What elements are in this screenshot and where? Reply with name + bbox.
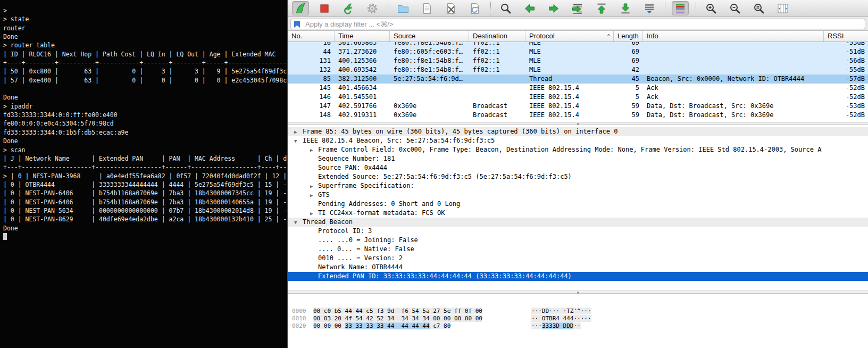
hex-row[interactable]: 002000 00 00 33 33 33 33 44 44 44 44 c7 …: [288, 322, 868, 330]
reload-capture-file-button[interactable]: [466, 1, 483, 15]
detail-tree-row[interactable]: .... ...0 = Joining: False: [288, 236, 868, 245]
column-header-destination[interactable]: Destination: [469, 31, 525, 42]
detail-tree-row[interactable]: ▼IEEE 802.15.4 Beacon, Src: 5e:27:5a:54:…: [288, 136, 868, 145]
detail-tree-row[interactable]: ▶Frame Control Field: 0xc000, Frame Type…: [288, 145, 868, 154]
column-header-no[interactable]: No.: [288, 31, 335, 42]
terminal-window[interactable]: >> staterouterDone> router table| ID | R…: [0, 0, 287, 348]
open-capture-file-button[interactable]: [395, 1, 412, 15]
save-capture-file-button[interactable]: [419, 1, 436, 15]
terminal-line: >: [3, 6, 287, 15]
packet-row[interactable]: 146401.545501IEEE 802.15.45Ack-52dB: [288, 93, 868, 102]
detail-tree-row[interactable]: Extended PAN ID: 33:33:33:33:44:44:44:44…: [288, 272, 868, 281]
find-packet-button[interactable]: [497, 1, 514, 15]
packet-cell-destination: ff02::1: [469, 56, 525, 65]
column-header-source[interactable]: Source: [390, 31, 469, 42]
packet-row[interactable]: 145401.456634IEEE 802.15.45Ack-52dB: [288, 84, 868, 93]
detail-tree-row[interactable]: Source PAN: 0x4444: [288, 163, 868, 172]
packet-row[interactable]: 148402.9193110x369eBroadcastIEEE 802.15.…: [288, 111, 868, 120]
detail-tree-row[interactable]: Extended Source: 5e:27:5a:54:f6:9d:f3:c5…: [288, 172, 868, 181]
zoom-original-button[interactable]: [750, 1, 767, 15]
column-header-length[interactable]: Length: [614, 31, 643, 42]
pane-splitter[interactable]: [288, 291, 868, 294]
detail-text: IEEE 802.15.4 Beacon, Src: 5e:27:5a:54:f…: [303, 136, 495, 145]
packet-list[interactable]: 16361.665863fe80::f8e1:54b8:f…ff02::1MLE…: [288, 42, 868, 122]
hex-offset: 0000: [292, 308, 306, 315]
packet-row[interactable]: 44371.273620fe80::605f:e603:f…ff02::1MLE…: [288, 47, 868, 56]
filter-bookmark-icon[interactable]: [294, 20, 301, 28]
splitter-handle-icon[interactable]: [577, 292, 579, 294]
document-reload-icon: [469, 2, 481, 15]
expander-closed-icon[interactable]: ▶: [310, 209, 313, 218]
go-previous-packet-button[interactable]: [521, 1, 538, 15]
terminal-line: > state: [3, 15, 287, 23]
detail-tree-row[interactable]: ▶Frame 85: 45 bytes on wire (360 bits), …: [288, 127, 868, 136]
packet-cell-protocol: MLE: [525, 42, 614, 47]
go-next-packet-button[interactable]: [545, 1, 562, 15]
expander-closed-icon[interactable]: ▶: [310, 191, 313, 200]
detail-tree-row[interactable]: Pending Addresses: 0 Short and 0 Long: [288, 200, 868, 209]
zoom-out-button[interactable]: [727, 1, 744, 15]
colorize-packets-button[interactable]: [672, 1, 689, 15]
restart-capture-button[interactable]: [340, 1, 357, 15]
packet-cell-info: [643, 47, 824, 56]
capture-options-button[interactable]: [364, 1, 381, 15]
column-header-rssi[interactable]: RSSI: [824, 31, 868, 42]
ascii-frame-bytes: ···DD··· ·TZ'^···: [531, 308, 591, 314]
packet-cell-no: 131: [288, 56, 335, 65]
expander-closed-icon[interactable]: ▶: [310, 146, 313, 154]
packet-cell-time: 402.591766: [335, 102, 390, 111]
packet-row[interactable]: 85382.3125005e:27:5a:54:f6:9d…Thread45Be…: [288, 74, 868, 84]
expander-closed-icon[interactable]: ▶: [310, 182, 313, 190]
display-filter-input[interactable]: [290, 19, 865, 29]
detail-tree-row[interactable]: 0010 .... = Version: 2: [288, 254, 868, 263]
packet-row[interactable]: 147402.5917660x369eBroadcastIEEE 802.15.…: [288, 102, 868, 111]
detail-text: Source PAN: 0x4444: [318, 163, 387, 172]
expander-closed-icon[interactable]: ▶: [294, 128, 297, 136]
splitter-handle-icon[interactable]: [577, 123, 579, 125]
magnifier-minus-icon: [729, 2, 741, 15]
close-capture-file-button[interactable]: [443, 1, 460, 15]
go-first-packet-button[interactable]: [593, 1, 610, 15]
stop-capture-button[interactable]: [316, 1, 333, 15]
packet-cell-source: [390, 84, 469, 93]
zoom-in-button[interactable]: [703, 1, 720, 15]
packet-cell-no: 85: [288, 74, 335, 84]
detail-tree-row[interactable]: ▶Superframe Specification:: [288, 181, 868, 190]
detail-tree-row[interactable]: Network Name: OTBR4444: [288, 263, 868, 272]
packet-cell-info: [643, 56, 824, 65]
detail-tree-row[interactable]: Protocol ID: 3: [288, 227, 868, 236]
packet-bytes-pane[interactable]: 000000 c0 b5 44 44 c5 f3 9d f6 54 5a 27 …: [288, 294, 868, 348]
hex-row[interactable]: 001000 03 20 4f 54 42 52 34 34 34 34 00 …: [288, 315, 868, 322]
terminal-line: Done: [3, 93, 287, 102]
column-header-time[interactable]: Time: [335, 31, 390, 42]
ascii-bytes: ···DD··· ·TZ'^···: [531, 308, 591, 315]
packet-cell-info: Beacon, Src: 0x0000, Network ID: OTBR444…: [643, 74, 824, 84]
detail-text: Protocol ID: 3: [318, 227, 372, 236]
column-header-protocol[interactable]: Protocol^: [525, 31, 614, 42]
detail-tree-row[interactable]: .... 0... = Native: False: [288, 245, 868, 254]
hex-row[interactable]: 000000 c0 b5 44 44 c5 f3 9d f6 54 5a 27 …: [288, 308, 868, 315]
terminal-line: | ID | RLOC16 | Next Hop | Path Cost | L…: [3, 50, 287, 59]
packet-detail-pane[interactable]: ▶Frame 85: 45 bytes on wire (360 bits), …: [288, 126, 868, 291]
auto-scroll-live-button[interactable]: [641, 1, 658, 15]
go-to-packet-button[interactable]: [569, 1, 586, 15]
expander-open-icon[interactable]: ▼: [294, 218, 297, 227]
resize-columns-button[interactable]: [774, 1, 791, 15]
detail-text: GTS: [318, 190, 330, 200]
column-header-label: RSSI: [828, 31, 844, 42]
go-last-packet-button[interactable]: [617, 1, 634, 15]
start-capture-button[interactable]: [292, 1, 309, 15]
pane-splitter[interactable]: [288, 122, 868, 125]
expander-open-icon[interactable]: ▼: [294, 137, 297, 145]
column-header-label: Time: [338, 31, 353, 42]
packet-row[interactable]: 132400.693542fe80::f8e1:54b8:f…ff02::1ML…: [288, 65, 868, 74]
packet-row[interactable]: 131400.125366fe80::f8e1:54b8:f…ff02::1ML…: [288, 56, 868, 65]
packet-cell-time: 400.693542: [335, 65, 390, 74]
packet-row[interactable]: 16361.665863fe80::f8e1:54b8:f…ff02::1MLE…: [288, 42, 868, 47]
packet-cell-destination: ff02::1: [469, 47, 525, 56]
detail-tree-row[interactable]: ▼Thread Beacon: [288, 218, 868, 227]
detail-tree-row[interactable]: Sequence Number: 181: [288, 154, 868, 163]
detail-tree-row[interactable]: ▶GTS: [288, 190, 868, 200]
detail-tree-row[interactable]: ▶TI CC24xx-format metadata: FCS OK: [288, 209, 868, 218]
column-header-info[interactable]: Info: [643, 31, 824, 42]
